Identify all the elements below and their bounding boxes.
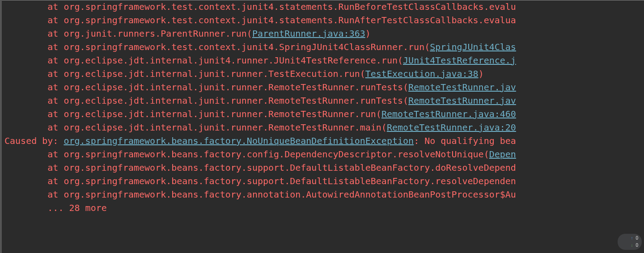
stack-frame-text: org.eclipse.jdt.internal.junit.runner.Te…	[64, 68, 365, 79]
cause_lines-line: at org.springframework.beans.factory.con…	[4, 148, 644, 161]
cause_lines-line: at org.springframework.beans.factory.sup…	[4, 161, 644, 174]
stack-frame-text: org.eclipse.jdt.internal.junit.runner.Re…	[64, 95, 408, 106]
arrow-down-icon[interactable]: ↓	[631, 243, 633, 248]
stack-frame-text: org.eclipse.jdt.internal.junit.runner.Re…	[64, 82, 408, 93]
at-keyword: at	[47, 55, 64, 66]
at-keyword: at	[47, 149, 64, 160]
lines-line: at org.springframework.test.context.juni…	[4, 0, 644, 13]
source-link[interactable]: JUnit4TestReference.j	[403, 55, 516, 66]
arrow-up-icon[interactable]: ↑	[631, 236, 633, 240]
lines-line: at org.eclipse.jdt.internal.junit.runner…	[4, 67, 644, 80]
stack-frame-text: org.junit.runners.ParentRunner.run(	[64, 28, 252, 39]
source-link[interactable]: Depen	[489, 149, 516, 160]
at-keyword: at	[47, 95, 64, 106]
lines-line: at org.eclipse.jdt.internal.junit4.runne…	[4, 54, 644, 67]
at-keyword: at	[47, 122, 64, 133]
source-link[interactable]: RemoteTestRunner.jav	[408, 95, 516, 106]
caused-by-line: Caused by: org.springframework.beans.fac…	[4, 134, 644, 148]
exception-class-link[interactable]: org.springframework.beans.factory.NoUniq…	[64, 135, 414, 146]
at-keyword: at	[47, 162, 64, 173]
stack-frame-text: org.springframework.beans.factory.suppor…	[64, 162, 516, 173]
at-keyword: at	[47, 68, 64, 79]
lines-line: at org.eclipse.jdt.internal.junit.runner…	[4, 107, 644, 121]
at-keyword: at	[47, 28, 64, 39]
console-gutter	[0, 0, 2, 253]
stack-frame-text: org.eclipse.jdt.internal.junit.runner.Re…	[64, 122, 386, 133]
at-keyword: at	[47, 42, 64, 52]
source-link[interactable]: RemoteTestRunner.java:460	[381, 109, 516, 119]
lines-line: at org.springframework.test.context.juni…	[4, 13, 644, 27]
closing-paren: )	[365, 28, 371, 39]
stack-frame-text: org.springframework.beans.factory.config…	[64, 149, 489, 160]
indicator-down-count: 0	[636, 239, 638, 252]
source-link[interactable]: ParentRunner.java:363	[252, 28, 365, 39]
lines-line: at org.eclipse.jdt.internal.junit.runner…	[4, 94, 644, 107]
more-frames-line: ... 28 more	[4, 201, 644, 215]
at-keyword: at	[47, 82, 64, 93]
at-keyword: at	[47, 109, 64, 119]
more-frames-text: ... 28 more	[47, 202, 106, 213]
at-keyword: at	[47, 176, 64, 186]
at-keyword: at	[47, 1, 64, 12]
source-link[interactable]: TestExecution.java:38	[365, 68, 479, 79]
stack-frame-text: org.springframework.beans.factory.annota…	[64, 189, 516, 200]
stack-frame-text: org.springframework.test.context.junit4.…	[64, 15, 516, 25]
stack-frame-text: org.eclipse.jdt.internal.junit4.runner.J…	[64, 55, 403, 66]
source-link[interactable]: SpringJUnit4Clas	[430, 42, 516, 52]
at-keyword: at	[47, 15, 64, 25]
problem-indicator[interactable]: ↑ 0 ↓ 0	[617, 233, 642, 250]
at-keyword: at	[47, 189, 64, 200]
stack-frame-text: org.springframework.beans.factory.suppor…	[64, 176, 516, 186]
cause_lines-line: at org.springframework.beans.factory.sup…	[4, 174, 644, 188]
lines-line: at org.springframework.test.context.juni…	[4, 40, 644, 54]
lines-line: at org.eclipse.jdt.internal.junit.runner…	[4, 80, 644, 94]
closing-paren: )	[479, 68, 484, 79]
caused-by-label: Caused by:	[4, 135, 64, 146]
stack-frame-text: org.eclipse.jdt.internal.junit.runner.Re…	[64, 109, 381, 119]
cause_lines-line: at org.springframework.beans.factory.ann…	[4, 188, 644, 201]
stack-frame-text: org.springframework.test.context.junit4.…	[64, 42, 430, 52]
lines-line: at org.junit.runners.ParentRunner.run(Pa…	[4, 27, 644, 40]
source-link[interactable]: RemoteTestRunner.java:20	[387, 122, 516, 133]
source-link[interactable]: RemoteTestRunner.jav	[408, 82, 516, 93]
stack-frame-text: org.springframework.test.context.junit4.…	[64, 1, 516, 12]
exception-message: : No qualifying bea	[414, 135, 516, 146]
console-output: at org.springframework.test.context.juni…	[4, 0, 644, 253]
lines-line: at org.eclipse.jdt.internal.junit.runner…	[4, 121, 644, 134]
